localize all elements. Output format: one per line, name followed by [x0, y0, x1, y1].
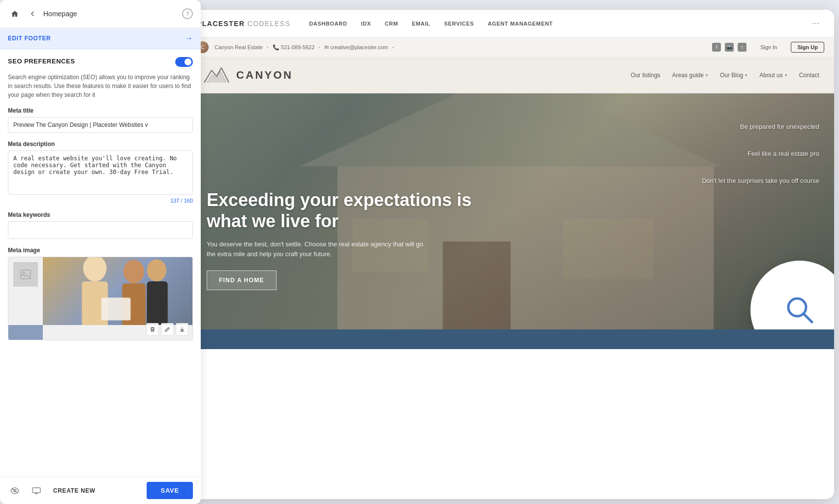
help-icon[interactable]: ? [182, 8, 193, 19]
canyon-nav: CANYON Our listings Areas guide ▾ Our Bl… [187, 58, 834, 93]
download-image-button[interactable] [176, 323, 188, 336]
website-bottom-strip [187, 329, 834, 349]
back-icon[interactable] [26, 7, 39, 21]
sign-up-button[interactable]: Sign Up [791, 42, 824, 53]
svg-rect-8 [101, 297, 130, 320]
svg-point-6 [147, 259, 166, 281]
svg-marker-13 [300, 93, 721, 166]
meta-description-textarea[interactable]: A real estate website you'll love creati… [8, 150, 193, 195]
delete-image-button[interactable] [146, 323, 159, 336]
canyon-hero: Exceeding your expectations is what we l… [187, 93, 834, 329]
panel-footer: CREATE NEW SAVE [0, 476, 201, 504]
email-address: ✉ creative@placester.com [324, 44, 388, 51]
seo-section-title: SEO PREFERENCES [8, 58, 75, 65]
placester-nav-links: DASHBOARD IDX CRM EMAIL SERVICES AGENT M… [302, 10, 807, 37]
meta-image-photo [43, 257, 192, 325]
edit-footer-label: EDIT FOOTER [8, 35, 51, 42]
hero-right-texts: Be prepared for unexpected Feel like a r… [702, 123, 819, 184]
nav-dashboard[interactable]: DASHBOARD [302, 10, 354, 37]
image-actions [146, 323, 188, 336]
page-title: Homepage [43, 10, 77, 18]
seo-description: Search engine optimization (SEO) allows … [8, 73, 193, 99]
header-nav: Homepage [8, 7, 77, 21]
search-icon [780, 290, 819, 329]
save-button[interactable]: SAVE [147, 482, 193, 499]
canyon-nav-listings[interactable]: Our listings [631, 72, 660, 79]
sign-in-button[interactable]: Sign In [754, 42, 783, 52]
canyon-nav-areas[interactable]: Areas guide ▾ [672, 72, 708, 79]
twitter-icon[interactable]: t [738, 43, 746, 52]
svg-rect-11 [32, 488, 40, 493]
canyon-topbar: C Canyon Real Estate • 📞 521-089-5622 • … [187, 37, 834, 58]
meta-image-label: Meta image [8, 247, 193, 254]
nav-services[interactable]: SERVICES [437, 10, 481, 37]
nav-agent-management[interactable]: AGENT MANAGEMENT [481, 10, 559, 37]
edit-image-button[interactable] [161, 323, 174, 336]
meta-keywords-label: Meta keywords [8, 211, 193, 218]
find-home-button[interactable]: FIND A HOME [207, 270, 277, 290]
image-placeholder-icon [13, 262, 38, 287]
image-gray-box [8, 325, 43, 340]
nav-email[interactable]: EMAIL [405, 10, 437, 37]
meta-image-box [8, 257, 193, 340]
hero-text-3: Don't let the surprises take you off cou… [702, 177, 819, 184]
left-panel: Homepage ? EDIT FOOTER → SEO PREFERENCES… [0, 0, 201, 504]
svg-rect-15 [563, 219, 653, 279]
placester-nav: PLACESTER CODELESS DASHBOARD IDX CRM EMA… [187, 10, 834, 37]
arrow-right-icon: → [185, 34, 193, 43]
hero-text-1: Be prepared for unexpected [702, 123, 819, 130]
meta-title-input[interactable] [8, 117, 193, 133]
canyon-nav-contact[interactable]: Contact [799, 72, 819, 79]
svg-point-1 [23, 272, 25, 274]
facebook-icon[interactable]: f [712, 43, 721, 52]
nav-crm[interactable]: CRM [378, 10, 405, 37]
hero-title: Exceeding your expectations is what we l… [207, 189, 477, 232]
canyon-nav-blog[interactable]: Our Blog ▾ [720, 72, 747, 79]
create-new-button[interactable]: CREATE NEW [51, 483, 97, 498]
instagram-icon[interactable]: 📷 [725, 43, 734, 52]
seo-toggle-row: SEO PREFERENCES [8, 57, 193, 67]
nav-idx[interactable]: IDX [354, 10, 378, 37]
meta-title-label: Meta title [8, 107, 193, 114]
company-name: Canyon Real Estate [215, 44, 263, 50]
meta-description-label: Meta description [8, 141, 193, 148]
char-count: 137 / 160 [8, 198, 193, 204]
hero-content: Exceeding your expectations is what we l… [207, 189, 477, 290]
edit-footer-bar[interactable]: EDIT FOOTER → [0, 28, 201, 49]
visibility-icon[interactable] [8, 484, 22, 498]
meta-keywords-input[interactable] [8, 221, 193, 239]
svg-point-2 [83, 257, 107, 281]
phone-number: 📞 521-089-5622 [273, 44, 315, 51]
hero-subtitle: You deserve the best, don't settle. Choo… [207, 239, 423, 259]
desktop-icon[interactable] [30, 484, 43, 498]
ellipsis-icon[interactable]: ··· [807, 10, 824, 37]
canyon-nav-links: Our listings Areas guide ▾ Our Blog ▾ Ab… [631, 72, 819, 79]
website-preview: C Canyon Real Estate • 📞 521-089-5622 • … [187, 37, 834, 499]
browser-mockup: PLACESTER CODELESS DASHBOARD IDX CRM EMA… [187, 10, 834, 499]
canyon-logo-text: CANYON [236, 69, 293, 82]
seo-toggle[interactable] [175, 57, 193, 67]
svg-line-18 [804, 314, 812, 322]
svg-rect-7 [147, 281, 167, 325]
social-links: f 📷 t [712, 43, 746, 52]
canyon-nav-about[interactable]: About us ▾ [759, 72, 787, 79]
panel-body: SEO PREFERENCES Search engine optimizati… [0, 49, 201, 476]
svg-point-4 [124, 260, 144, 284]
canyon-logo: CANYON [202, 65, 293, 85]
hero-text-2: Feel like a real estate pro [702, 150, 819, 157]
home-icon[interactable] [8, 7, 22, 21]
placester-logo: PLACESTER CODELESS [197, 20, 290, 28]
panel-header: Homepage ? [0, 0, 201, 28]
